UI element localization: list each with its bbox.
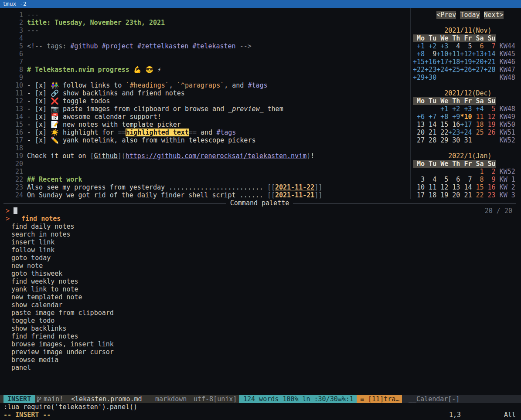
filetype: markdown [155,395,187,403]
cb-segment[interactable]: +22+23+24+25+26+27+28 [413,66,496,74]
calendar-line [413,81,515,89]
divider-line [293,199,516,207]
line-number: 13 [3,105,23,113]
cb-segment[interactable]: +17 [460,121,472,129]
palette-item[interactable]: insert link [3,238,516,246]
prompt-caret: > [6,207,10,215]
palette-item[interactable]: follow link [3,246,516,254]
cd-segment[interactable] [480,11,484,19]
sat-segment[interactable]: 22 [472,191,484,199]
cd-segment[interactable]: 9 [425,50,436,58]
palette-item[interactable]: preview image under cursor [3,348,516,356]
cd-segment[interactable]: 3 4 5 6 7 [413,176,472,183]
line-number: 23 [3,183,23,191]
tod-segment[interactable]: *10 [460,113,472,121]
editor-pane[interactable]: 1---2title: Tuesday, November 23th, 2021… [3,11,407,199]
palette-item[interactable]: browse media [3,356,516,364]
command-palette: Command palette > 20 / 20 >find notes fi… [3,199,516,372]
chip-segment[interactable]: Today [460,11,480,19]
txt-segment: - [x] [27,81,51,89]
cb-segment[interactable]: +8 [413,50,425,58]
palette-prompt[interactable]: > 20 / 20 [3,207,516,215]
sun-segment[interactable]: 5 [484,105,496,113]
cd-segment[interactable]: 20 21 22 [413,129,448,136]
sun-segment[interactable]: 7 [484,42,496,50]
palette-item[interactable]: show calendar [3,301,516,309]
cb-segment[interactable]: +23+24 [448,129,472,136]
command-line-text: :lua require('telekasten').panel() [3,403,137,411]
cb-segment[interactable]: +15+16+17+18+19+20+21 [413,58,496,66]
sat-segment[interactable]: 25 [472,129,484,136]
cb-segment[interactable]: +1 +2 +3 [413,42,448,50]
cd-segment[interactable]: 4 5 [448,42,472,50]
sat-segment[interactable]: 6 [472,42,484,50]
sat-segment[interactable]: 1 [472,168,484,176]
dim-segment: ]( [118,152,126,160]
cb-segment[interactable]: +10+11+12+13+14 [436,50,495,58]
sun-segment[interactable]: 12 [484,113,496,121]
cd-segment[interactable] [413,105,436,113]
sun-segment[interactable]: 19 [484,121,496,129]
editor-line: 8# Telekasten.nvim progress 💪 😎 ⚡ [3,66,407,74]
sun-segment[interactable]: 23 [484,191,496,199]
dim-segment: --- [27,11,39,19]
calendar-statusline: __Calendar[-] [402,395,521,403]
palette-item[interactable]: toggle todo [3,317,516,325]
cd-segment[interactable]: 13 14 15 16 [413,121,460,129]
palette-border: Command palette [3,199,516,207]
palette-item[interactable]: browse images, insert link [3,340,516,348]
palette-item[interactable]: paste image from clipboard [3,309,516,317]
palette-item[interactable]: show backlinks [3,325,516,332]
palette-item[interactable]: find weekly notes [3,278,516,285]
txt-segment: , [169,81,177,89]
cd-segment[interactable] [436,74,495,81]
palette-item[interactable]: goto today [3,254,516,262]
url-segment: https://github.com/renerocksai/telekaste… [126,152,306,160]
palette-item[interactable]: new templated note [3,293,516,301]
sat-segment[interactable]: 8 [472,176,484,183]
sat-segment[interactable]: 18 [472,121,484,129]
com-segment [98,42,102,50]
sat-segment[interactable]: 11 [472,113,484,121]
cd-segment[interactable] [413,168,472,176]
line-number: 1 [3,11,23,19]
palette-item[interactable]: search in notes [3,230,516,238]
palette-item[interactable]: goto thisweek [3,270,516,278]
palette-item[interactable]: panel [3,364,516,372]
palette-item[interactable]: find friend notes [3,332,516,340]
chip-segment[interactable]: Next> [484,11,504,19]
editor-line: 11- [x] 🔗 show backlinks and friend note… [3,89,407,97]
txt-segment: show backlinks and friend notes [59,89,185,97]
mode-indicator: INSERT [3,395,35,403]
ttl-segment: 2021/12(Dec) [444,89,491,97]
cd-segment[interactable]: 10 11 12 13 14 [413,183,472,191]
palette-selected-item[interactable]: >find notes [3,215,516,223]
com-segment [188,42,192,50]
chip-segment[interactable]: <Prev [436,11,456,19]
tag-segment: #telekasten [192,42,235,50]
sat-segment[interactable]: 15 [472,183,484,191]
sun-segment[interactable]: 2 [484,168,496,176]
code-segment: `#headings` [126,81,169,89]
calendar-pane[interactable]: <Prev Today Next> 2021/11(Nov) Mo Tu We … [413,11,515,199]
cd-segment[interactable]: 17 18 19 20 21 [413,191,472,199]
buffer-segment: ≡ [11]tra… [357,395,403,403]
calendar-line: 3 4 5 6 7 8 9 KW 1 [413,176,515,183]
sun-segment[interactable]: 9 [484,176,496,183]
palette-item[interactable]: find daily notes [3,223,516,230]
sun-segment[interactable]: 16 [484,183,496,191]
sun-segment[interactable]: 26 [484,129,496,136]
palette-item[interactable]: yank link to note [3,285,516,293]
calendar-line: <Prev Today Next> [413,11,515,19]
palette-item[interactable]: new note [3,262,516,270]
dim-segment: [[ [267,191,275,199]
line-number: 24 [3,191,23,199]
filename: <lekasten.promo.md [71,395,142,403]
cb-segment[interactable]: +29+30 [413,74,436,81]
editor-line: 10- [x] 👫 follow links to `#headings`, `… [3,81,407,89]
cb-segment[interactable]: +1 +2 +3 +4 [436,105,484,113]
cb-segment[interactable]: +6 +7 +8 +9 [413,113,460,121]
mode-message: -- INSERT -- [3,411,51,419]
command-line[interactable]: :lua require('telekasten').panel() [3,403,137,411]
cd-segment[interactable]: 27 28 29 30 31 [413,136,496,144]
